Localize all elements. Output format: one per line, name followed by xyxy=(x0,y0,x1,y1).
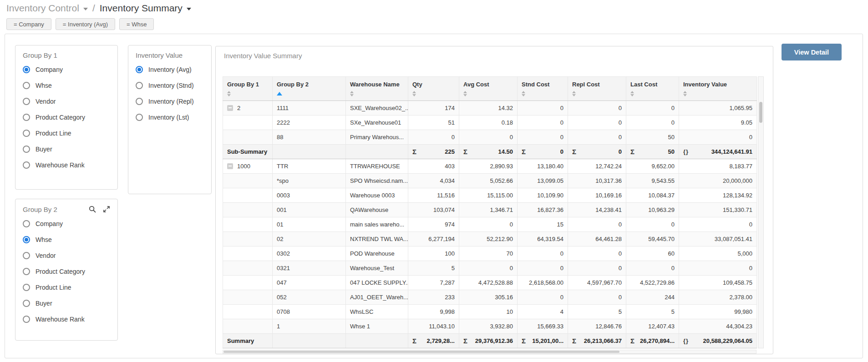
table-row[interactable]: 001QAWarehouse103,0741,346.7116,827.3614… xyxy=(223,203,757,217)
summary-value: 2,729,28... xyxy=(427,337,455,344)
sort-icon[interactable] xyxy=(679,88,756,96)
table-row[interactable]: 0708WhsLSC9,9981045599,980 xyxy=(223,305,757,319)
qty-cell: 51 xyxy=(408,116,459,130)
sort-icon[interactable] xyxy=(408,88,459,96)
warehouse-name-cell: Warehouse 0003 xyxy=(346,188,408,203)
avg-cost-cell: 10 xyxy=(459,305,518,319)
group1-cell[interactable]: 2 xyxy=(223,101,273,116)
radio-option[interactable]: Whse xyxy=(15,77,117,93)
search-icon[interactable] xyxy=(88,205,96,213)
column-header-group-by-1[interactable]: Group By 1 xyxy=(223,77,273,101)
inventory-value-cell: 20,000,000 xyxy=(679,174,757,188)
radio-option[interactable]: Product Category xyxy=(15,109,117,125)
table-row[interactable]: 2222SXe_Warehouse01510.180009.05 xyxy=(223,116,757,130)
radio-option[interactable]: Product Category xyxy=(15,263,117,279)
radio-option[interactable]: Whse xyxy=(15,231,117,247)
table-row[interactable]: 0321Warehouse_Test500000 xyxy=(223,261,757,276)
warehouse-name-cell: AJ01_OEET_Wareh... xyxy=(346,290,408,305)
last-cost-cell: 0 xyxy=(626,217,679,232)
filter-chip[interactable]: = Company xyxy=(6,18,51,30)
column-header-warehouse-name[interactable]: Warehouse Name xyxy=(346,77,408,101)
summary-last-cost-cell: Σ26,270,894... xyxy=(626,334,679,348)
radio-option[interactable]: Product Line xyxy=(15,125,117,141)
braces-icon: {} xyxy=(683,148,689,155)
table-header-row: Group By 1Group By 2Warehouse NameQtyAvg… xyxy=(223,77,757,101)
vertical-scrollbar[interactable] xyxy=(758,76,764,348)
warehouse-name-cell: QAWarehouse xyxy=(346,203,408,217)
sort-icon[interactable] xyxy=(626,88,679,96)
qty-cell: 4,034 xyxy=(408,174,459,188)
inventory-value-cell: 99,980 xyxy=(679,305,757,319)
table-row[interactable]: 0302POD Warehouse1007000605,000 xyxy=(223,246,757,261)
column-header-avg-cost[interactable]: Avg Cost xyxy=(459,77,518,101)
horizontal-scrollbar-thumb[interactable] xyxy=(223,351,619,353)
radio-option[interactable]: Buyer xyxy=(15,295,117,311)
radio-option[interactable]: Company xyxy=(15,216,117,231)
radio-option[interactable]: Inventory (Stnd) xyxy=(128,77,211,93)
radio-option[interactable]: Buyer xyxy=(15,141,117,157)
radio-option[interactable]: Inventory (Avg) xyxy=(128,61,211,77)
collapse-icon[interactable] xyxy=(227,163,233,169)
vertical-scrollbar-thumb[interactable] xyxy=(759,102,762,123)
group2-cell xyxy=(273,334,346,348)
chevron-down-icon xyxy=(83,8,88,10)
column-header-stnd-cost[interactable]: Stnd Cost xyxy=(518,77,568,101)
sort-icon[interactable] xyxy=(223,88,272,96)
repl-cost-cell: 0 xyxy=(568,290,626,305)
radio-option[interactable]: Warehouse Rank xyxy=(15,157,117,173)
radio-option[interactable]: Vendor xyxy=(15,93,117,109)
radio-option[interactable]: Vendor xyxy=(15,247,117,263)
stnd-cost-cell: 13,180.40 xyxy=(518,159,568,174)
column-header-last-cost[interactable]: Last Cost xyxy=(626,77,679,101)
radio-label: Inventory (Repl) xyxy=(148,98,194,105)
expand-icon[interactable] xyxy=(102,205,111,213)
group1-cell xyxy=(223,188,273,203)
breadcrumb-section[interactable]: Inventory Control xyxy=(6,3,88,14)
column-header-group-by-2[interactable]: Group By 2 xyxy=(273,77,346,101)
group2-cell: TTR xyxy=(273,159,346,174)
repl-cost-cell: 0 xyxy=(568,217,626,232)
collapse-icon[interactable] xyxy=(227,105,233,111)
table-row[interactable]: 01main sales wareho...974015000 xyxy=(223,217,757,232)
table-row[interactable]: 047047 LOCKE SUPPLY...7,2874,472,528.882… xyxy=(223,276,757,290)
table-row[interactable]: 88Primary Warehous...0000500 xyxy=(223,130,757,145)
radio-option[interactable]: Inventory (Repl) xyxy=(128,93,211,109)
filter-chip[interactable]: = Whse xyxy=(119,18,154,30)
table-row[interactable]: *spoSPO Whseicsd.nam...4,0345,052.6613,0… xyxy=(223,174,757,188)
radio-label: Company xyxy=(36,220,63,227)
view-detail-button[interactable]: View Detail xyxy=(782,44,842,60)
stnd-cost-cell: 2,618,568.00 xyxy=(518,276,568,290)
table-row[interactable]: 1Whse 111,043.103,932.8015,669.3312,846.… xyxy=(223,319,757,334)
radio-option[interactable]: Inventory (Lst) xyxy=(128,109,211,125)
qty-cell: 11,043.10 xyxy=(408,319,459,334)
group1-cell[interactable]: 1000 xyxy=(223,159,273,174)
column-header-inventory-value[interactable]: Inventory Value xyxy=(679,77,757,101)
avg-cost-cell: 0.18 xyxy=(459,116,518,130)
radio-option[interactable]: Product Line xyxy=(15,279,117,295)
group2-cell: 0321 xyxy=(273,261,346,276)
filter-chip-bar: = Company = Inventory (Avg) = Whse xyxy=(6,18,154,30)
radio-option[interactable]: Warehouse Rank xyxy=(15,311,117,327)
table-row[interactable]: 1000TTRTTRWAREHOUSE4032,890.9313,180.401… xyxy=(223,159,757,174)
stnd-cost-cell: 0 xyxy=(518,101,568,116)
table-row[interactable]: 02NXTREND TWL WA...6,277,19452,212.9064,… xyxy=(223,232,757,246)
column-header-qty[interactable]: Qty xyxy=(408,77,459,101)
sort-icon[interactable] xyxy=(459,88,517,96)
filter-chip[interactable]: = Inventory (Avg) xyxy=(56,18,115,30)
sort-icon[interactable] xyxy=(518,88,568,96)
sort-icon[interactable] xyxy=(568,88,626,96)
table-row[interactable]: 0003Warehouse 000311,51615,115.0010,109.… xyxy=(223,188,757,203)
table-row[interactable]: 21111SXE_Warehouse02_...17414.320001,065… xyxy=(223,101,757,116)
sort-icon[interactable] xyxy=(346,88,408,96)
breadcrumb-separator: / xyxy=(92,3,95,14)
column-label: Group By 2 xyxy=(273,77,345,88)
column-header-repl-cost[interactable]: Repl Cost xyxy=(568,77,626,101)
horizontal-scrollbar[interactable] xyxy=(223,350,756,354)
group-by-1-options: Company Whse Vendor Product Cate xyxy=(15,61,117,173)
radio-label: Buyer xyxy=(36,146,52,153)
breadcrumb-page[interactable]: Inventory Summary xyxy=(100,3,191,14)
table-row[interactable]: 052AJ01_OEET_Wareh...233305.16002442,378… xyxy=(223,290,757,305)
sort-asc-icon[interactable] xyxy=(273,88,345,96)
avg-cost-cell: 52,212.90 xyxy=(459,232,518,246)
radio-option[interactable]: Company xyxy=(15,61,117,77)
